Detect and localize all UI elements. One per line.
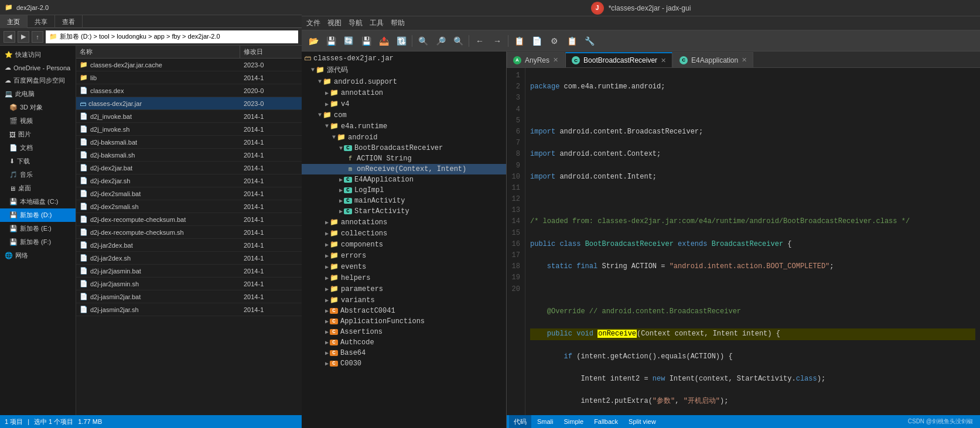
- sidebar-item-drive-e[interactable]: 💾 新加卷 (E:): [0, 222, 76, 235]
- tab-anyres[interactable]: A AnyRes ✕: [507, 52, 565, 67]
- tree-v4[interactable]: ▶ 📁 v4: [302, 98, 506, 109]
- tree-startactivity[interactable]: ▶ C StartActivity: [302, 206, 506, 217]
- file-row-10[interactable]: 📄 d2j-dex2smali.bat 2014-1: [76, 187, 302, 200]
- sidebar-item-quickaccess[interactable]: ⭐ 快速访问: [0, 48, 76, 61]
- tree-assertions[interactable]: ▶ C Assertions: [302, 327, 506, 337]
- file-row-15[interactable]: 📄 d2j-jar2dex.sh 2014-1: [76, 252, 302, 265]
- zoom-out-btn[interactable]: 🔍: [450, 33, 466, 49]
- tab-bootbroadcast[interactable]: C BootBroadcastReceiver ✕: [565, 52, 672, 67]
- tree-com[interactable]: ▼ 📁 com: [302, 109, 506, 121]
- tree-components[interactable]: ▶ 📁 components: [302, 239, 506, 250]
- tree-variants[interactable]: ▶ 📁 variants: [302, 295, 506, 306]
- export-btn[interactable]: 📤: [375, 33, 392, 49]
- paste-btn[interactable]: 📄: [528, 33, 545, 49]
- close-anyres-btn[interactable]: ✕: [553, 56, 558, 64]
- file-row-13[interactable]: 📄 d2j-dex-recompute-checksum.sh 2014-1: [76, 226, 302, 239]
- console-btn[interactable]: 📋: [564, 33, 580, 49]
- open-file-btn[interactable]: 📂: [305, 33, 322, 49]
- file-row-19[interactable]: 📄 d2j-jasmin2jar.sh 2014-1: [76, 303, 302, 316]
- file-row-11[interactable]: 📄 d2j-dex2smali.sh 2014-1: [76, 200, 302, 213]
- menu-view[interactable]: 视图: [327, 18, 342, 28]
- sidebar-item-onedrive[interactable]: ☁ OneDrive - Persona: [0, 61, 76, 74]
- tree-logimpl[interactable]: ▶ C LogImpl: [302, 185, 506, 196]
- close-e4aapp-btn[interactable]: ✕: [742, 56, 747, 64]
- tab-home[interactable]: 主页: [0, 15, 28, 28]
- save-btn[interactable]: 💾: [323, 33, 339, 49]
- sidebar-item-baidu[interactable]: ☁ 百度网盘同步空间: [0, 74, 76, 87]
- file-row-4[interactable]: 📄 d2j_invoke.bat 2014-1: [76, 110, 302, 123]
- sidebar-item-downloads[interactable]: ⬇ 下载: [0, 155, 76, 168]
- tree-collections[interactable]: ▶ 📁 collections: [302, 228, 506, 239]
- sidebar-item-music[interactable]: 🎵 音乐: [0, 168, 76, 182]
- file-row-8[interactable]: 📄 d2j-dex2jar.bat 2014-1: [76, 162, 302, 174]
- file-row-3[interactable]: 🗃 classes-dex2jar.jar 2023-0: [76, 97, 302, 110]
- tab-share[interactable]: 共享: [28, 15, 55, 28]
- menu-tools[interactable]: 工具: [370, 18, 384, 28]
- sidebar-item-pictures[interactable]: 🖼 图片: [0, 128, 76, 141]
- tree-helpers[interactable]: ▶ 📁 helpers: [302, 272, 506, 283]
- search-btn[interactable]: 🔍: [415, 33, 431, 49]
- sidebar-item-documents[interactable]: 📄 文档: [0, 141, 76, 155]
- code-editor[interactable]: 12345 678910 1112131415 1617181920 packa…: [507, 68, 980, 415]
- menu-nav[interactable]: 导航: [349, 18, 363, 28]
- sidebar-item-drive-c[interactable]: 💾 本地磁盘 (C:): [0, 195, 76, 208]
- menu-help[interactable]: 帮助: [391, 18, 405, 28]
- menu-file[interactable]: 文件: [306, 18, 320, 28]
- tree-errors[interactable]: ▶ 📁 errors: [302, 250, 506, 261]
- back-nav-btn[interactable]: ←: [472, 33, 488, 49]
- zoom-in-btn[interactable]: 🔎: [432, 33, 449, 49]
- forward-nav-btn[interactable]: →: [489, 33, 506, 49]
- file-row-5[interactable]: 📄 d2j_invoke.sh 2014-1: [76, 123, 302, 136]
- bottom-tab-code[interactable]: 代码: [509, 415, 531, 428]
- save2-btn[interactable]: 💾: [358, 33, 374, 49]
- bottom-tab-smali[interactable]: Smali: [532, 415, 558, 428]
- tree-events[interactable]: ▶ 📁 events: [302, 261, 506, 272]
- file-row-9[interactable]: 📄 d2j-dex2jar.sh 2014-1: [76, 174, 302, 187]
- sidebar-item-thispc[interactable]: 💻 此电脑: [0, 87, 76, 101]
- settings-btn[interactable]: ⚙: [546, 33, 562, 49]
- sidebar-item-3d[interactable]: 📦 3D 对象: [0, 101, 76, 114]
- tree-parameters[interactable]: ▶ 📁 parameters: [302, 283, 506, 295]
- wrench-btn[interactable]: 🔧: [581, 33, 597, 49]
- tab-view[interactable]: 查看: [55, 15, 83, 28]
- header-date[interactable]: 修改日: [240, 46, 267, 58]
- forward-btn[interactable]: ▶: [18, 31, 29, 43]
- sidebar-item-video[interactable]: 🎬 视频: [0, 114, 76, 128]
- tree-e4aapp[interactable]: ▶ C E4AApplication: [302, 174, 506, 185]
- file-row-16[interactable]: 📄 d2j-jar2jasmin.bat 2014-1: [76, 265, 302, 278]
- tree-annotations[interactable]: ▶ 📁 annotations: [302, 217, 506, 228]
- tab-e4aapp-editor[interactable]: C E4Aapplication ✕: [673, 52, 753, 67]
- bottom-tab-splitview[interactable]: Split view: [624, 415, 660, 428]
- file-row-17[interactable]: 📄 d2j-jar2jasmin.sh 2014-1: [76, 278, 302, 290]
- sidebar-item-desktop[interactable]: 🖥 桌面: [0, 182, 76, 195]
- sidebar-item-drive-f[interactable]: 💾 新加卷 (F:): [0, 235, 76, 249]
- tree-onreceive[interactable]: m onReceive(Context, Intent): [302, 164, 506, 174]
- tree-bootbroadcast[interactable]: ▼ C BootBroadcastReceiver: [302, 143, 506, 153]
- tree-e4a-runtime[interactable]: ▼ 📁 e4a.runtime: [302, 121, 506, 132]
- back-btn[interactable]: ◀: [4, 31, 15, 43]
- file-row-7[interactable]: 📄 d2j-baksmali.sh 2014-1: [76, 149, 302, 162]
- file-row-12[interactable]: 📄 d2j-dex-recompute-checksum.bat 2014-1: [76, 213, 302, 226]
- file-row-0[interactable]: 📁 classes-dex2jar.jar.cache 2023-0: [76, 59, 302, 71]
- header-name[interactable]: 名称: [76, 46, 240, 58]
- up-btn[interactable]: ↑: [32, 31, 43, 43]
- tree-abstractc0041[interactable]: ▶ C AbstractC0041: [302, 306, 506, 316]
- tree-android-pkg[interactable]: ▼ 📁 android: [302, 132, 506, 143]
- file-row-18[interactable]: 📄 d2j-jasmin2jar.bat 2014-1: [76, 290, 302, 303]
- sidebar-item-drive-d[interactable]: 💾 新加卷 (D:): [0, 208, 76, 222]
- tree-action-field[interactable]: f ACTION String: [302, 153, 506, 164]
- tree-sourcecode[interactable]: ▼ 📁 源代码: [302, 64, 506, 76]
- sync-btn[interactable]: 🔃: [393, 33, 409, 49]
- tree-c0030[interactable]: ▶ C C0030: [302, 358, 506, 369]
- tree-root[interactable]: 🗃 classes-dex2jar.jar: [302, 53, 506, 64]
- bottom-tab-simple[interactable]: Simple: [559, 415, 589, 428]
- tree-android-support[interactable]: ▼ 📁 android.support: [302, 76, 506, 87]
- bottom-tab-fallback[interactable]: Fallback: [589, 415, 623, 428]
- file-row-6[interactable]: 📄 d2j-baksmali.bat 2014-1: [76, 136, 302, 149]
- tree-authcode[interactable]: ▶ C Authcode: [302, 337, 506, 348]
- close-bootbroadcast-btn[interactable]: ✕: [661, 57, 666, 64]
- file-row-2[interactable]: 📄 classes.dex 2020-0: [76, 84, 302, 97]
- copy-btn[interactable]: 📋: [511, 33, 527, 49]
- tree-appfunctions[interactable]: ▶ C ApplicationFunctions: [302, 316, 506, 327]
- address-path-box[interactable]: 📁 新加卷 (D:) > tool > loudongku > app > fb…: [46, 30, 298, 43]
